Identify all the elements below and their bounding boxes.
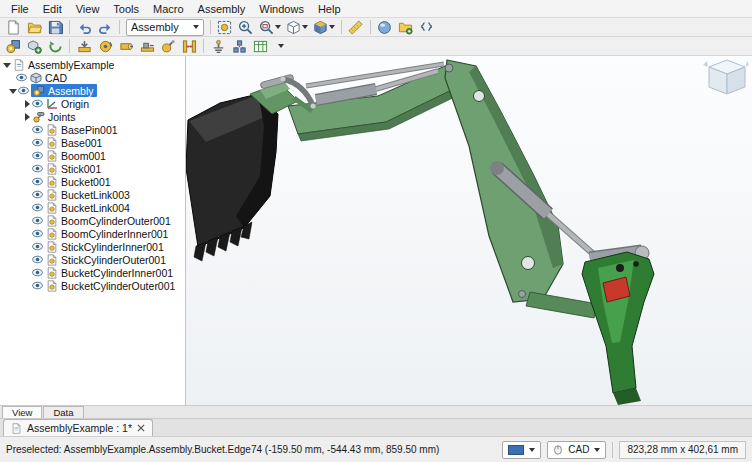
menu-edit[interactable]: Edit (36, 2, 69, 16)
expander-icon[interactable] (8, 86, 18, 96)
menu-macro[interactable]: Macro (146, 2, 191, 16)
tree-item-bucketcylinderinner001[interactable]: BucketCylinderInner001 (0, 266, 185, 279)
scene-appearance-button[interactable] (375, 18, 395, 36)
macro-editor-button[interactable] (417, 18, 437, 36)
visibility-eye-icon[interactable] (32, 190, 43, 199)
tree-item-bucketcylinderouter001[interactable]: BucketCylinderOuter001 (0, 279, 185, 292)
tree-item-boom001[interactable]: Boom001 (0, 149, 185, 162)
bucket-3d[interactable] (186, 94, 278, 261)
fit-all-button[interactable] (215, 18, 235, 36)
new-document-button[interactable] (3, 18, 23, 36)
tree-item-bucketlink004[interactable]: BucketLink004 (0, 201, 185, 214)
zoom-selection-button[interactable] (257, 18, 283, 36)
freecad-window: File Edit View Tools Macro Assembly Wind… (0, 0, 752, 462)
create-distance-joint-button[interactable] (179, 37, 199, 55)
menu-view[interactable]: View (69, 2, 107, 16)
visibility-eye-icon[interactable] (32, 281, 43, 290)
visibility-eye-icon[interactable] (32, 216, 43, 225)
document-icon (11, 423, 22, 434)
visibility-eye-icon[interactable] (32, 164, 43, 173)
units-selector[interactable] (502, 441, 541, 459)
zoom-in-icon (238, 20, 253, 35)
viewport-3d[interactable] (186, 56, 752, 405)
visibility-eye-icon[interactable] (32, 242, 43, 251)
toggle-grounded-button[interactable] (208, 37, 228, 55)
visibility-eye-icon[interactable] (32, 99, 43, 108)
visibility-eye-icon[interactable] (32, 151, 43, 160)
boom-base-link-3d[interactable] (526, 292, 598, 318)
part-icon (46, 241, 58, 253)
toolbar-separator (119, 20, 120, 34)
joints-menu-button[interactable] (271, 37, 291, 55)
create-fixed-joint-button[interactable] (74, 37, 94, 55)
visibility-eye-icon[interactable] (32, 268, 43, 277)
tree-item-base001[interactable]: Base001 (0, 136, 185, 149)
draw-style-button[interactable] (284, 18, 310, 36)
exploded-view-button[interactable] (229, 37, 249, 55)
create-slider-joint-button[interactable] (137, 37, 157, 55)
visibility-eye-icon[interactable] (32, 138, 43, 147)
tree-item-stickcylinderinner001[interactable]: StickCylinderInner001 (0, 240, 185, 253)
redo-button[interactable] (95, 18, 115, 36)
statusbar-separator (612, 442, 613, 458)
insert-component-icon (27, 39, 42, 54)
insert-component-button[interactable] (24, 37, 44, 55)
undo-button[interactable] (74, 18, 94, 36)
toolbar-separator (69, 39, 70, 53)
menu-help[interactable]: Help (311, 2, 348, 16)
create-assembly-button[interactable] (3, 37, 23, 55)
solve-assembly-button[interactable] (45, 37, 65, 55)
visibility-eye-icon[interactable] (18, 86, 29, 95)
base-3d[interactable] (582, 246, 654, 405)
menu-file[interactable]: File (4, 2, 36, 16)
tree-item-stickcylinderouter001[interactable]: StickCylinderOuter001 (0, 253, 185, 266)
create-cylindrical-joint-button[interactable] (116, 37, 136, 55)
workbench-selector[interactable]: Assembly (126, 19, 204, 36)
visibility-eye-icon[interactable] (16, 73, 27, 82)
tree-item-label: Assembly (48, 85, 94, 97)
measure-button[interactable] (346, 18, 366, 36)
tree-item-cad[interactable]: CAD (0, 71, 185, 84)
tree-item-boomcylinderinner001[interactable]: BoomCylinderInner001 (0, 227, 185, 240)
tree-item-joints[interactable]: Joints (0, 110, 185, 123)
document-tab[interactable]: AssemblyExample : 1* (3, 419, 153, 436)
open-document-button[interactable] (24, 18, 44, 36)
part-icon (46, 124, 58, 136)
bill-of-materials-button[interactable] (250, 37, 270, 55)
tree-item-basepin001[interactable]: BasePin001 (0, 123, 185, 136)
excavator-assembly-model[interactable] (186, 56, 752, 405)
tab-view[interactable]: View (2, 406, 42, 418)
tree-item-bucketlink003[interactable]: BucketLink003 (0, 188, 185, 201)
tree-item-label: Bucket001 (61, 176, 111, 188)
create-revolute-joint-button[interactable] (95, 37, 115, 55)
zoom-in-button[interactable] (236, 18, 256, 36)
zoom-selection-icon (259, 20, 274, 35)
visibility-eye-icon[interactable] (32, 255, 43, 264)
navigation-style-selector[interactable]: CAD (547, 441, 606, 459)
visibility-eye-icon[interactable] (32, 203, 43, 212)
tree-item-root[interactable]: AssemblyExample (0, 58, 185, 71)
tree-item-origin[interactable]: Origin (0, 97, 185, 110)
expander-icon[interactable] (22, 112, 32, 122)
braces-icon (419, 20, 434, 35)
visibility-eye-icon[interactable] (32, 177, 43, 186)
tree-item-assembly[interactable]: Assembly (0, 84, 185, 97)
expander-icon[interactable] (2, 60, 12, 70)
menu-windows[interactable]: Windows (252, 2, 311, 16)
tree-item-stick001[interactable]: Stick001 (0, 162, 185, 175)
visibility-eye-icon[interactable] (32, 125, 43, 134)
tab-data[interactable]: Data (43, 406, 83, 418)
navigation-cube[interactable] (703, 60, 749, 94)
tree-item-bucket001[interactable]: Bucket001 (0, 175, 185, 188)
create-group-icon (398, 20, 413, 35)
close-icon[interactable] (137, 424, 145, 432)
save-document-button[interactable] (45, 18, 65, 36)
standard-views-button[interactable] (311, 18, 337, 36)
menu-tools[interactable]: Tools (106, 2, 146, 16)
menu-assembly[interactable]: Assembly (191, 2, 253, 16)
create-ball-joint-button[interactable] (158, 37, 178, 55)
visibility-eye-icon[interactable] (32, 229, 43, 238)
tree-item-boomcylinderouter001[interactable]: BoomCylinderOuter001 (0, 214, 185, 227)
create-group-button[interactable] (396, 18, 416, 36)
expander-icon[interactable] (22, 99, 32, 109)
